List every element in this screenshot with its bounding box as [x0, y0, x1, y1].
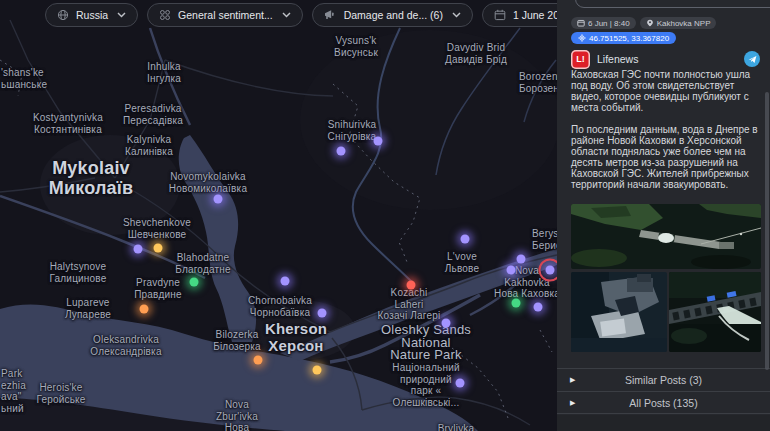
calendar-icon [494, 9, 506, 21]
filter-sentiment-dropdown[interactable]: General sentiment... [147, 3, 303, 27]
similar-posts-label: Similar Posts (3) [625, 374, 702, 386]
post-media-row [571, 272, 761, 352]
filter-country-dropdown[interactable]: Russia [45, 3, 138, 27]
post-meta-row: 6 Jun | 8:40 Kakhovka NPP [571, 17, 716, 29]
panel-footer [557, 415, 770, 431]
post-media-gallery [571, 204, 761, 352]
paper-plane-glyph [748, 55, 757, 64]
map-post-marker-green[interactable] [190, 278, 199, 287]
chevron-down-icon [117, 12, 126, 18]
map-post-marker-purple[interactable] [134, 245, 143, 254]
filter-categories-label: Damage and de... (6) [344, 9, 443, 21]
panel-scrollbar[interactable] [765, 92, 769, 370]
map-post-marker-green[interactable] [512, 299, 521, 308]
map-post-marker-yellow[interactable] [313, 366, 322, 375]
calendar-icon [577, 19, 585, 27]
map-basemap [0, 0, 557, 431]
filter-daterange-label: 1 June 2023 - 15 June 2023 [513, 9, 557, 21]
filter-country-label: Russia [76, 9, 108, 21]
map-post-marker-yellow[interactable] [154, 244, 163, 253]
search-box-partial[interactable] [575, 0, 770, 8]
post-location: Kakhovka NPP [657, 19, 711, 28]
map-post-marker-purple[interactable] [374, 137, 383, 146]
lifenews-logo: L! [571, 50, 590, 69]
sentiment-icon [159, 9, 171, 21]
post-datetime-badge: 6 Jun | 8:40 [571, 17, 636, 29]
map-post-marker-orange[interactable] [140, 305, 149, 314]
post-paragraph: Каховская ГЭС почти полностью ушла под в… [571, 70, 759, 114]
post-image-dam-destruction[interactable] [571, 272, 667, 352]
map-post-marker-purple[interactable] [456, 379, 465, 388]
play-icon: ▶ [570, 399, 575, 407]
source-name: Lifenews [597, 53, 638, 65]
chevron-down-icon [282, 12, 291, 18]
crosshair-icon [578, 34, 586, 42]
map-post-marker-purple[interactable] [214, 195, 223, 204]
post-location-badge: Kakhovka NPP [640, 17, 717, 29]
similar-posts-button[interactable]: ▶ Similar Posts (3) [557, 368, 770, 391]
map-post-marker-purple[interactable] [318, 309, 327, 318]
post-datetime: 6 Jun | 8:40 [588, 19, 630, 28]
post-paragraph: По последним данным, вода в Днепре в рай… [571, 125, 759, 190]
map-post-marker-purple[interactable] [546, 266, 555, 275]
app-window: 'shans'keьшанськеInhulkaІнгулкаKostyanty… [0, 0, 770, 431]
map-post-marker-purple[interactable] [534, 303, 543, 312]
all-posts-label: All Posts (135) [629, 397, 697, 409]
post-detail-panel: 6 Jun | 8:40 Kakhovka NPP 46.751525, 33.… [557, 0, 770, 431]
map-canvas[interactable]: 'shans'keьшанськеInhulkaІнгулкаKostyanty… [0, 0, 557, 431]
post-source-row: L! Lifenews [571, 48, 760, 70]
filter-sentiment-label: General sentiment... [178, 9, 273, 21]
globe-icon [57, 9, 69, 21]
post-image-satellite-dam[interactable] [571, 204, 761, 269]
play-icon: ▶ [570, 376, 575, 384]
filter-toolbar: Russia General sentiment... Damage and d… [45, 3, 557, 27]
map-post-marker-purple[interactable] [507, 266, 516, 275]
megaphone-icon [324, 9, 337, 21]
pin-icon [646, 19, 654, 27]
map-post-marker-red[interactable] [407, 281, 416, 290]
map-post-marker-purple[interactable] [517, 255, 526, 264]
post-actions: ▶ Similar Posts (3) ▶ All Posts (135) [557, 368, 770, 414]
chevron-down-icon [452, 12, 461, 18]
filter-daterange-dropdown[interactable]: 1 June 2023 - 15 June 2023 [482, 3, 557, 27]
telegram-icon[interactable] [744, 51, 760, 67]
post-image-dam-waterflow[interactable] [669, 272, 761, 352]
map-post-marker-purple[interactable] [281, 277, 290, 286]
map-post-marker-orange[interactable] [254, 356, 263, 365]
map-post-marker-purple[interactable] [461, 235, 470, 244]
filter-categories-dropdown[interactable]: Damage and de... (6) [312, 3, 473, 27]
map-post-marker-purple[interactable] [442, 319, 451, 328]
map-post-marker-purple[interactable] [337, 147, 346, 156]
coordinates-badge[interactable]: 46.751525, 33.367820 [571, 32, 676, 44]
all-posts-button[interactable]: ▶ All Posts (135) [557, 391, 770, 414]
post-coordinates: 46.751525, 33.367820 [589, 34, 669, 43]
